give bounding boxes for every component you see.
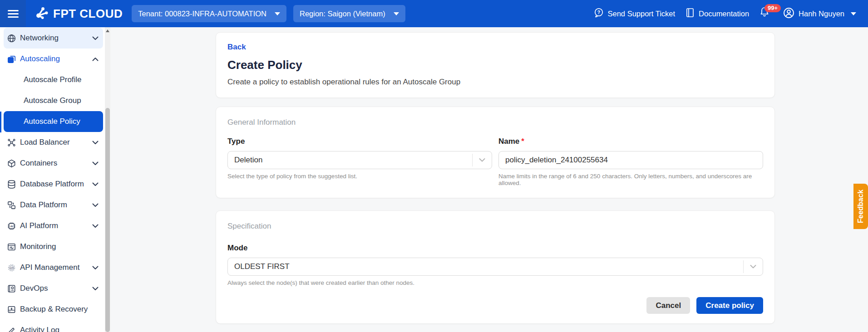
activity-log-icon	[6, 325, 16, 332]
sidebar-item-autoscale-profile[interactable]: Autoscale Profile	[4, 69, 103, 90]
sidebar-item-devops[interactable]: DevOps	[4, 278, 103, 299]
sidebar-item-autoscaling[interactable]: Autoscaling	[4, 49, 103, 69]
sidebar-item-api-management[interactable]: API API Management	[4, 257, 103, 278]
region-dropdown[interactable]: Region: Saigon (Vietnam)	[293, 5, 405, 22]
hamburger-icon	[8, 8, 19, 20]
sidebar-item-label: Data Platform	[20, 200, 67, 210]
ai-chip-icon: AI	[6, 221, 16, 231]
sidebar-item-label: Activity Log	[20, 326, 59, 332]
sidebar-item-label: DevOps	[20, 284, 48, 293]
notification-count-badge: 99+	[764, 4, 781, 12]
sidebar-item-load-balancer[interactable]: Load Balancer	[4, 132, 103, 153]
documentation-label: Documentation	[699, 10, 749, 18]
specification-card: Specification Mode OLDEST FIRST Always s…	[216, 210, 775, 324]
mode-field-group: Mode OLDEST FIRST Always select the node…	[227, 244, 763, 286]
svg-text:?: ?	[597, 10, 600, 15]
containers-cube-icon	[6, 158, 16, 168]
data-platform-icon	[6, 200, 16, 210]
sidebar-item-label: AI Platform	[20, 221, 58, 230]
sidebar-item-monitoring[interactable]: Monitoring	[4, 236, 103, 257]
name-field-group: Name* Name limits in the range of 6 and …	[498, 137, 763, 186]
sidebar-item-label: API Management	[20, 263, 79, 272]
chevron-down-icon	[750, 265, 756, 269]
scrollbar-up-arrow[interactable]	[106, 29, 109, 32]
mode-select[interactable]: OLDEST FIRST	[227, 258, 763, 276]
sidebar-item-label: Backup & Recovery	[20, 305, 88, 314]
sidebar-item-label: Networking	[20, 34, 59, 43]
mode-label: Mode	[227, 244, 763, 253]
chevron-down-icon	[92, 287, 99, 291]
documentation-link[interactable]: Documentation	[685, 7, 749, 20]
user-name-label: Hanh Nguyen	[799, 10, 844, 18]
cancel-button[interactable]: Cancel	[646, 297, 690, 314]
hamburger-menu-button[interactable]	[0, 0, 26, 27]
scrollbar-thumb[interactable]	[105, 108, 110, 332]
sidebar-item-backup-recovery[interactable]: Backup & Recovery	[4, 299, 103, 320]
sidebar-item-label: Autoscale Profile	[24, 75, 82, 84]
sidebar-item-data-platform[interactable]: Data Platform	[4, 195, 103, 215]
type-select-value: Deletion	[234, 156, 262, 165]
sidebar-item-label: Autoscale Policy	[24, 117, 80, 126]
svg-text:API: API	[10, 267, 13, 269]
name-input-wrapper	[498, 151, 763, 169]
sidebar-item-activity-log[interactable]: Activity Log	[4, 320, 103, 332]
support-chat-icon: ?	[593, 7, 604, 20]
chevron-down-icon	[92, 203, 99, 207]
sidebar-item-database-platform[interactable]: Database Platform	[4, 174, 103, 195]
send-support-ticket-link[interactable]: ? Send Support Ticket	[593, 7, 676, 20]
sidebar-item-networking[interactable]: Networking	[4, 28, 103, 49]
name-input[interactable]	[505, 156, 756, 165]
sidebar-item-autoscale-group[interactable]: Autoscale Group	[4, 90, 103, 111]
load-balancer-icon	[6, 137, 16, 147]
sidebar-item-label: Database Platform	[20, 180, 84, 189]
brand-logo[interactable]: FPT CLOUD	[34, 5, 123, 22]
sidebar-item-autoscale-policy[interactable]: Autoscale Policy	[4, 111, 103, 132]
sidebar-item-containers[interactable]: Containers	[4, 153, 103, 174]
page-header-card: Back Create Policy Create a policy to es…	[216, 32, 775, 98]
user-menu[interactable]: Hanh Nguyen	[783, 7, 856, 21]
tenant-dropdown[interactable]: Tenant: 000823-INFRA-AUTOMATION	[132, 5, 286, 22]
chevron-down-icon	[92, 224, 99, 228]
name-label: Name*	[498, 137, 763, 146]
monitoring-icon	[6, 242, 16, 252]
sidebar-item-ai-platform[interactable]: AI AI Platform	[4, 215, 103, 236]
sidebar-scrollbar[interactable]	[105, 27, 110, 332]
fpt-network-icon	[34, 5, 49, 22]
create-policy-button[interactable]: Create policy	[696, 297, 763, 314]
globe-icon	[6, 33, 16, 43]
sidebar-item-label: Autoscaling	[20, 54, 60, 63]
select-divider	[743, 260, 744, 273]
feedback-tab[interactable]: Feedback	[853, 184, 868, 229]
sidebar: Networking Autoscaling Autoscale Profile…	[0, 27, 110, 332]
sidebar-item-label: Load Balancer	[20, 138, 70, 147]
sidebar-item-label: Containers	[20, 159, 57, 168]
chevron-down-icon	[92, 36, 99, 40]
type-helper-text: Select the type of policy from the sugge…	[227, 173, 492, 180]
chevron-down-icon	[92, 182, 99, 186]
back-link[interactable]: Back	[227, 43, 246, 52]
notifications-button[interactable]: 99+	[759, 6, 773, 21]
page-subtitle: Create a policy to establish operational…	[227, 78, 763, 87]
page-title: Create Policy	[227, 58, 763, 72]
specification-section-label: Specification	[227, 222, 763, 231]
mode-helper-text: Always select the node(s) that were crea…	[227, 279, 763, 286]
caret-down-icon	[275, 12, 280, 15]
region-dropdown-label: Region: Saigon (Vietnam)	[300, 10, 385, 18]
tenant-dropdown-label: Tenant: 000823-INFRA-AUTOMATION	[138, 10, 266, 18]
caret-down-icon	[851, 12, 856, 15]
general-information-card: General Information Type Deletion Select…	[216, 107, 775, 198]
navbar-right-group: ? Send Support Ticket Documentation 99+	[593, 6, 868, 21]
type-select[interactable]: Deletion	[227, 151, 492, 169]
name-helper-text: Name limits in the range of 6 and 250 ch…	[498, 173, 763, 186]
type-label: Type	[227, 137, 492, 146]
devops-icon	[6, 283, 16, 293]
active-item-edge-accent	[0, 112, 1, 132]
backup-drive-icon	[6, 304, 16, 314]
documentation-book-icon	[685, 7, 695, 20]
avatar-icon	[783, 7, 795, 21]
main-content: Back Create Policy Create a policy to es…	[110, 27, 868, 332]
mode-select-value: OLDEST FIRST	[234, 262, 290, 271]
chevron-down-icon	[92, 266, 99, 270]
chevron-down-icon	[92, 161, 99, 166]
chevron-down-icon	[92, 141, 99, 145]
